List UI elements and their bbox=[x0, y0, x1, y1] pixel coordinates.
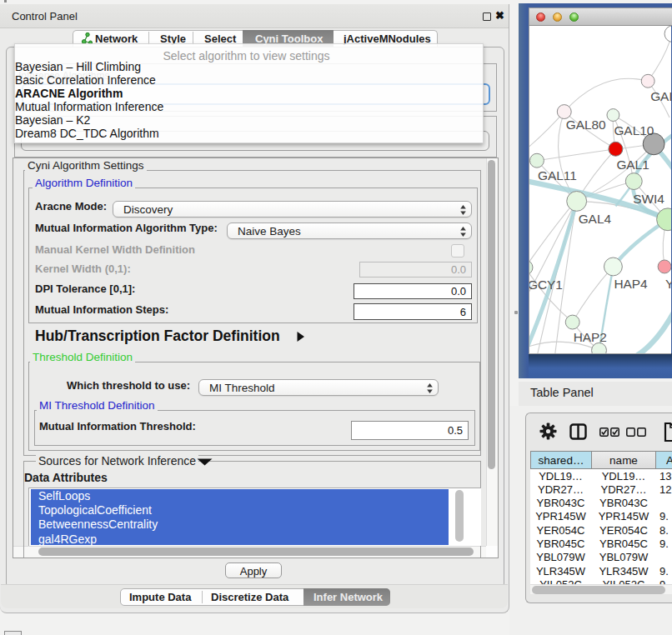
svg-text:GAL4: GAL4 bbox=[579, 212, 612, 226]
svg-text:GAL: GAL bbox=[650, 89, 671, 103]
svg-text:GAL11: GAL11 bbox=[538, 168, 577, 182]
svg-text:SWI4: SWI4 bbox=[633, 192, 664, 206]
svg-text:HAP4: HAP4 bbox=[614, 277, 648, 291]
svg-text:GAL80: GAL80 bbox=[566, 118, 606, 132]
svg-text:GAL1: GAL1 bbox=[616, 158, 649, 172]
svg-text:HAP2: HAP2 bbox=[574, 330, 607, 344]
svg-text:Y: Y bbox=[665, 277, 671, 291]
svg-text:GAL10: GAL10 bbox=[614, 123, 654, 138]
svg-text:GCY1: GCY1 bbox=[529, 278, 563, 292]
